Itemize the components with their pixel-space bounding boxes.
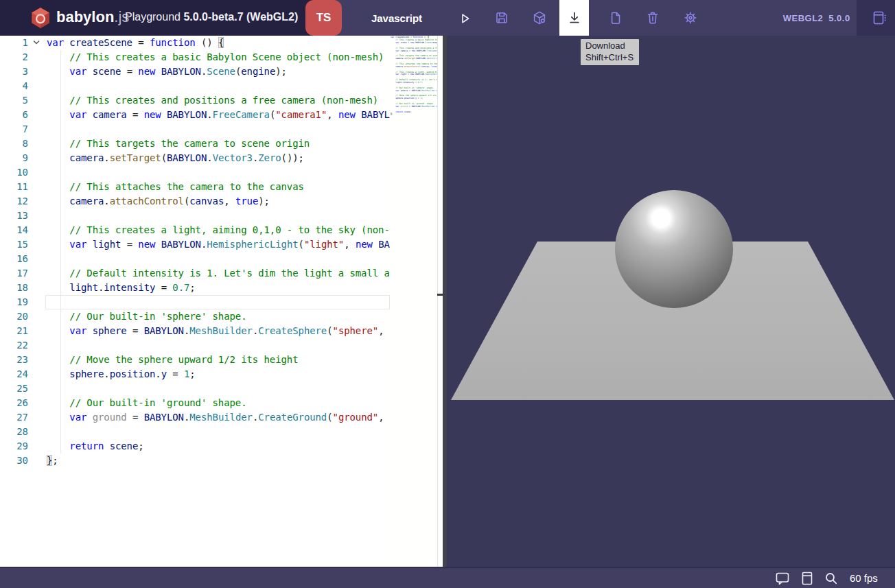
- code-text: var scene = new BABYLON.Scene(engine);: [47, 64, 390, 79]
- minimap-content: var createScene = function () { // This …: [391, 36, 437, 115]
- code-line[interactable]: 21 var sphere = BABYLON.MeshBuilder.Crea…: [0, 324, 443, 338]
- code-line[interactable]: 8 // This targets the camera to scene or…: [0, 137, 443, 151]
- inspect-button[interactable]: [823, 570, 839, 587]
- page-title: Playground 5.0.0-beta.7 (WebGL2): [125, 11, 298, 23]
- code-line[interactable]: 15 var light = new BABYLON.HemisphericLi…: [0, 237, 443, 252]
- line-number: 22: [0, 338, 28, 353]
- code-line[interactable]: 27 var ground = BABYLON.MeshBuilder.Crea…: [0, 410, 443, 425]
- code-line[interactable]: 4: [0, 79, 443, 93]
- line-number: 8: [0, 137, 28, 151]
- code-line[interactable]: 13: [0, 209, 443, 223]
- code-line[interactable]: 11 // This attaches the camera to the ca…: [0, 180, 443, 194]
- code-text: sphere.position.y = 1;: [47, 367, 390, 381]
- line-number: 20: [0, 309, 28, 324]
- line-number: 30: [0, 454, 28, 468]
- code-line[interactable]: 1var createScene = function () {: [0, 36, 443, 50]
- code-line[interactable]: 10: [0, 165, 443, 180]
- line-number: 5: [0, 93, 28, 108]
- line-number: 13: [0, 209, 28, 223]
- brand-area: babylon.js Playground 5.0.0-beta.7 (WebG…: [0, 0, 323, 36]
- search-icon: [823, 570, 839, 587]
- code-text: // Default intensity is 1. Let's dim the…: [47, 266, 390, 281]
- code-line[interactable]: 14 // This creates a light, aiming 0,1,0…: [0, 223, 443, 237]
- line-number: 16: [0, 252, 28, 266]
- minimap-line: var scene = new BABYLON.Scene(engine);: [391, 41, 437, 44]
- code-line[interactable]: 2 // This creates a basic Babylon Scene …: [0, 50, 443, 64]
- code-text: // This creates a basic Babylon Scene ob…: [47, 50, 390, 64]
- code-editor[interactable]: 1var createScene = function () {2 // Thi…: [0, 36, 443, 567]
- code-line[interactable]: 9 camera.setTarget(BABYLON.Vector3.Zero(…: [0, 151, 443, 165]
- save-button[interactable]: [493, 10, 510, 26]
- code-line[interactable]: 7: [0, 122, 443, 137]
- editor-minimap[interactable]: var createScene = function () { // This …: [391, 36, 438, 567]
- status-bar: 60 fps: [0, 567, 895, 588]
- line-number: 25: [0, 381, 28, 396]
- code-line[interactable]: 16: [0, 252, 443, 266]
- line-number: 1: [0, 36, 28, 50]
- top-toolbar: babylon.js Playground 5.0.0-beta.7 (WebG…: [0, 0, 895, 36]
- clear-button[interactable]: [644, 10, 661, 26]
- code-line[interactable]: 6 var camera = new BABYLON.FreeCamera("c…: [0, 108, 443, 122]
- code-text: var createScene = function () {: [47, 36, 390, 50]
- code-line[interactable]: 22: [0, 338, 443, 353]
- minimap-line: camera.setTarget(BABYLON.Vector3.Zero())…: [391, 57, 437, 60]
- metadata-button[interactable]: [799, 570, 815, 587]
- minimap-line: var camera = new BABYLON.FreeCamera("cam…: [391, 49, 437, 51]
- gear-icon: [682, 10, 699, 26]
- inspector-cube-icon: [531, 10, 548, 26]
- comments-button[interactable]: [774, 570, 791, 587]
- code-line[interactable]: 18 light.intensity = 0.7;: [0, 281, 443, 295]
- engine-version-badge: 5.0.0: [819, 0, 860, 36]
- code-text: camera.attachControl(canvas, true);: [47, 194, 390, 209]
- code-line[interactable]: 23 // Move the sphere upward 1/2 its hei…: [0, 353, 443, 367]
- tooltip-title: Download: [585, 40, 634, 51]
- code-text: light.intensity = 0.7;: [47, 281, 390, 295]
- code-line[interactable]: 30};: [0, 454, 443, 468]
- minimap-line: };: [391, 113, 437, 115]
- code-line[interactable]: 25: [0, 381, 443, 396]
- docs-book-icon: [799, 570, 815, 587]
- download-icon: [566, 10, 583, 26]
- line-number: 24: [0, 367, 28, 381]
- babylon-playground-window: babylon.js Playground 5.0.0-beta.7 (WebG…: [0, 0, 895, 588]
- code-line[interactable]: 3 var scene = new BABYLON.Scene(engine);: [0, 64, 443, 79]
- code-text: // This creates and positions a free cam…: [47, 93, 390, 108]
- run-button[interactable]: [456, 10, 473, 26]
- download-button[interactable]: [559, 0, 589, 36]
- line-number: 27: [0, 410, 28, 425]
- language-selector[interactable]: Javascript: [349, 0, 445, 36]
- line-number: 10: [0, 165, 28, 180]
- new-playground-button[interactable]: [607, 10, 624, 26]
- line-number: 12: [0, 194, 28, 209]
- code-text: var sphere = BABYLON.MeshBuilder.CreateS…: [47, 324, 390, 338]
- inspector-button[interactable]: [531, 10, 548, 26]
- line-number: 19: [0, 295, 28, 309]
- brand-wordmark: babylon.js: [56, 8, 129, 26]
- typescript-toggle-button[interactable]: TS: [305, 0, 342, 36]
- code-text: return scene;: [47, 439, 390, 454]
- code-line[interactable]: 17 // Default intensity is 1. Let's dim …: [0, 266, 443, 281]
- line-number: 26: [0, 396, 28, 410]
- code-text: var light = new BABYLON.HemisphericLight…: [47, 237, 390, 252]
- code-line[interactable]: 29 return scene;: [0, 439, 443, 454]
- render-canvas[interactable]: Download Shift+Ctrl+S: [447, 36, 895, 567]
- code-text: // This attaches the camera to the canva…: [47, 180, 390, 194]
- code-line[interactable]: 20 // Our built-in 'sphere' shape.: [0, 309, 443, 324]
- code-text: };: [47, 454, 390, 468]
- line-number: 6: [0, 108, 28, 122]
- code-line[interactable]: 5 // This creates and positions a free c…: [0, 93, 443, 108]
- code-line[interactable]: 26 // Our built-in 'ground' shape.: [0, 396, 443, 410]
- settings-button[interactable]: [682, 10, 699, 26]
- examples-button[interactable]: [871, 10, 887, 26]
- line-number: 11: [0, 180, 28, 194]
- fold-chevron-icon[interactable]: [32, 38, 41, 47]
- code-text: // Our built-in 'sphere' shape.: [47, 309, 390, 324]
- code-text: var ground = BABYLON.MeshBuilder.CreateG…: [47, 410, 390, 425]
- code-line[interactable]: 19: [0, 295, 443, 309]
- splitter-drag-handle[interactable]: [437, 294, 443, 296]
- code-line[interactable]: 28: [0, 425, 443, 439]
- tooltip-shortcut: Shift+Ctrl+S: [585, 51, 634, 63]
- code-line[interactable]: 24 sphere.position.y = 1;: [0, 367, 443, 381]
- code-line[interactable]: 12 camera.attachControl(canvas, true);: [0, 194, 443, 209]
- play-icon: [456, 10, 473, 26]
